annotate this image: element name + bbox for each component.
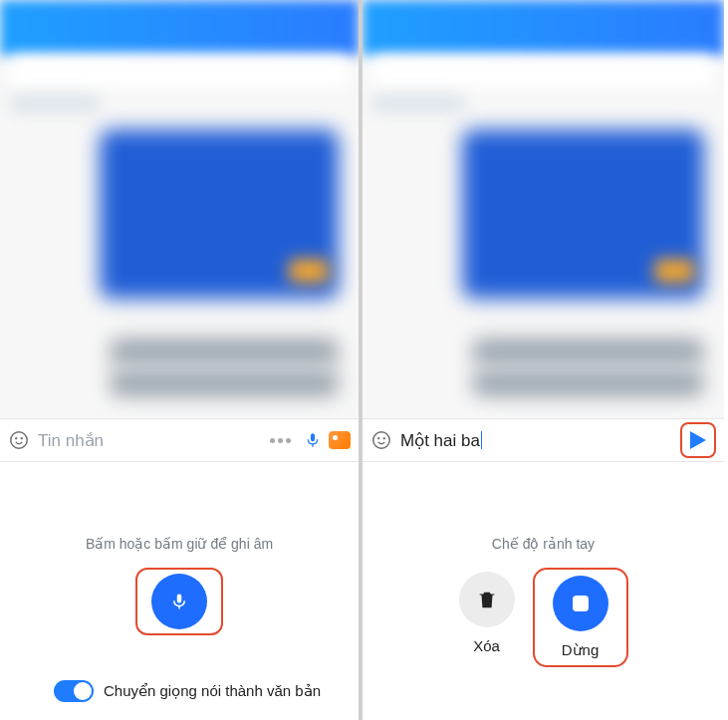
chat-background-blur [0,0,359,418]
delete-group: Xóa [459,568,515,654]
svg-point-4 [378,438,379,439]
speech-to-text-row: Chuyển giọng nói thành văn bản [54,680,321,702]
stop-label: Dừng [562,641,600,659]
emoji-icon[interactable] [370,429,392,451]
voice-panel: Bấm hoặc bấm giữ để ghi âm Chuyển giọng … [0,462,359,720]
chat-background-blur [363,0,724,418]
screenshot-left: Tin nhắn Bấm hoặc bấm giữ để ghi âm Chuy… [0,0,363,720]
mode-hint: Chế độ rảnh tay [363,536,724,552]
svg-point-5 [383,438,384,439]
record-hint: Bấm hoặc bấm giữ để ghi âm [0,536,359,552]
speech-to-text-label: Chuyển giọng nói thành văn bản [104,682,321,700]
mic-icon [170,589,188,614]
recording-controls: Xóa Dừng [363,568,724,667]
svg-point-3 [373,432,390,449]
message-input[interactable]: Tin nhắn [38,430,262,451]
more-icon[interactable] [270,438,291,443]
voice-panel: Chế độ rảnh tay Xóa Dừng [363,462,724,720]
message-input[interactable]: Một hai ba [400,430,672,451]
delete-label: Xóa [473,637,500,654]
speech-to-text-toggle[interactable] [54,680,94,702]
svg-point-1 [16,438,17,439]
screenshot-right: Một hai ba Chế độ rảnh tay Xóa [363,0,724,720]
stop-button[interactable] [553,576,608,631]
delete-button[interactable] [459,572,515,627]
stop-icon [573,596,589,611]
text-cursor [481,431,482,449]
image-icon[interactable] [329,431,351,449]
mic-icon[interactable] [305,432,321,448]
emoji-icon[interactable] [8,429,30,451]
record-button[interactable] [151,574,207,629]
send-button[interactable] [680,422,716,458]
message-input-bar: Một hai ba [363,418,724,462]
svg-point-2 [21,438,22,439]
message-input-bar: Tin nhắn [0,418,359,462]
message-input-value: Một hai ba [400,431,480,450]
record-button-highlight [135,568,223,635]
stop-button-highlight: Dừng [533,568,628,667]
svg-point-0 [11,432,28,449]
trash-icon [476,588,498,611]
send-icon [690,431,706,449]
dual-screenshot: Tin nhắn Bấm hoặc bấm giữ để ghi âm Chuy… [0,0,728,720]
